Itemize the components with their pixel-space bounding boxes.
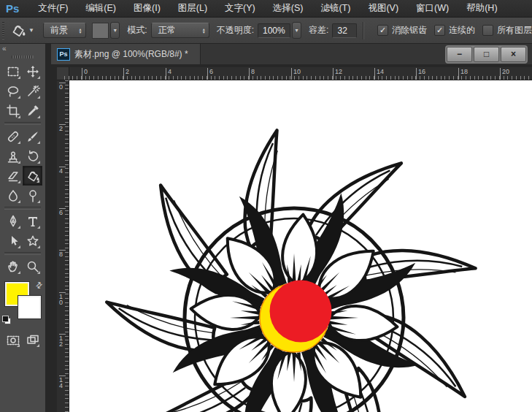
quick-mask-button[interactable] (4, 332, 22, 349)
screen-mode-button[interactable] (24, 332, 42, 349)
star-shape-icon (26, 234, 40, 248)
history-icon (26, 149, 40, 164)
collapse-panel-button[interactable]: « (0, 44, 45, 54)
document-title: 素材.png @ 100%(RGB/8#) * (74, 48, 188, 61)
ruler-tick-label: 0 (59, 83, 66, 90)
screen-mode-icon (26, 333, 40, 348)
hand-icon (6, 259, 20, 274)
separator (4, 252, 41, 255)
all-layers-checkbox[interactable]: 所有图层 (482, 24, 532, 37)
menu-image[interactable]: 图像(I) (125, 0, 169, 17)
lasso-tool[interactable] (3, 81, 23, 101)
brush-tool[interactable] (23, 126, 42, 146)
ruler-tick-label: 6 (59, 208, 66, 215)
updown-arrows-icon: ▴▾ (80, 28, 82, 34)
move-icon (26, 64, 40, 79)
ruler-tick-label: 10 (59, 292, 66, 305)
tolerance-label: 容差: (309, 24, 328, 37)
magic-wand-tool[interactable] (23, 81, 42, 101)
mode-select[interactable]: 正常 ▴▾ (151, 23, 209, 38)
document-tab[interactable]: Ps 素材.png @ 100%(RGB/8#) * (51, 44, 201, 64)
menu-window[interactable]: 窗口(W) (407, 0, 458, 17)
fill-source-select[interactable]: 前景 ▴▾ (43, 23, 86, 38)
menu-file[interactable]: 文件(F) (29, 0, 77, 17)
opacity-input[interactable]: 100% (258, 23, 290, 38)
ruler-tick-label: 14 (374, 68, 384, 80)
mode-value: 正常 (158, 24, 176, 37)
history-brush-tool[interactable] (23, 146, 42, 166)
menu-bar: Ps 文件(F) 编辑(E) 图像(I) 图层(L) 文字(Y) 选择(S) 滤… (0, 0, 532, 18)
swap-colors-icon[interactable]: ⇄ (34, 280, 45, 291)
ruler-tick-label: 10 (291, 68, 301, 80)
tools-panel: « ⇄ (0, 44, 45, 412)
hand-tool[interactable] (3, 256, 23, 276)
blur-tool[interactable] (3, 186, 23, 205)
center-red-disc (270, 281, 332, 343)
water-drop-icon (6, 188, 20, 203)
pattern-dropdown-button[interactable]: ▾ (110, 22, 120, 39)
opacity-value: 100% (263, 26, 285, 36)
ruler-tick-label: 12 (59, 334, 66, 347)
chevron-down-icon: ▼ (28, 27, 34, 34)
zoom-tool[interactable] (23, 256, 42, 276)
eraser-tool[interactable] (3, 166, 23, 186)
custom-shape-tool[interactable] (23, 231, 42, 251)
menu-type[interactable]: 文字(Y) (216, 0, 264, 17)
tolerance-input[interactable]: 32 (332, 23, 357, 38)
ruler-tick-label: 14 (59, 375, 66, 389)
separator (4, 207, 41, 210)
ruler-tick-label: 8 (249, 68, 255, 80)
document-canvas[interactable] (69, 80, 532, 412)
ruler-tick-label: 0 (82, 68, 88, 80)
options-bar-grip[interactable] (2, 22, 4, 39)
horizontal-type-tool[interactable] (23, 211, 42, 231)
dodge-tool[interactable] (23, 186, 42, 205)
menu-view[interactable]: 视图(V) (359, 0, 407, 17)
contiguous-label: 连续的 (449, 24, 475, 37)
vertical-ruler[interactable]: 0 2 4 6 8 10 12 14 (57, 80, 69, 412)
bandage-icon (6, 129, 20, 144)
pattern-swatch[interactable] (92, 23, 109, 39)
contiguous-checkbox[interactable]: ✓ 连续的 (434, 24, 475, 37)
panel-grip[interactable] (12, 56, 34, 58)
ruler-tick-label: 18 (458, 68, 468, 80)
menu-edit[interactable]: 编辑(E) (77, 0, 125, 17)
pen-tool[interactable] (3, 211, 23, 231)
background-color-swatch[interactable] (18, 296, 41, 318)
menu-help[interactable]: 帮助(H) (458, 0, 506, 17)
paint-bucket-tool[interactable] (23, 166, 42, 186)
document-tab-bar: Ps 素材.png @ 100%(RGB/8#) * − □ × (51, 44, 532, 66)
eraser-icon (6, 169, 20, 183)
menu-select[interactable]: 选择(S) (264, 0, 312, 17)
crop-tool[interactable] (3, 101, 23, 121)
maximize-button[interactable]: □ (474, 47, 499, 62)
clone-stamp-tool[interactable] (3, 146, 23, 166)
marquee-icon (6, 64, 20, 79)
horizontal-ruler[interactable]: 0 2 4 6 8 10 12 14 16 18 20 (69, 67, 532, 80)
default-colors-icon[interactable] (2, 316, 11, 324)
tool-options-bar: ▼ 前景 ▴▾ ▾ 模式: 正常 ▴▾ 不透明度: 100% ▾ 容差: 32 … (0, 18, 532, 44)
rectangular-marquee-tool[interactable] (3, 61, 23, 81)
ruler-tick-label: 6 (207, 68, 213, 80)
fill-source-value: 前景 (50, 24, 68, 37)
active-tool-preset[interactable]: ▼ (10, 23, 34, 39)
antialias-checkbox[interactable]: ✓ 消除锯齿 (377, 24, 427, 37)
antialias-label: 消除锯齿 (392, 24, 427, 37)
close-button[interactable]: × (501, 47, 526, 62)
menu-layer[interactable]: 图层(L) (169, 0, 216, 17)
opacity-dropdown-button[interactable]: ▾ (292, 22, 301, 39)
menu-filter[interactable]: 滤镜(T) (312, 0, 359, 17)
path-selection-tool[interactable] (3, 231, 23, 251)
opacity-label: 不透明度: (217, 24, 254, 37)
document-window: Ps 素材.png @ 100%(RGB/8#) * − □ × 0 2 4 6… (51, 44, 532, 412)
minimize-button[interactable]: − (447, 47, 472, 62)
checkbox-unchecked-icon (482, 25, 493, 36)
updown-arrows-icon: ▴▾ (203, 28, 205, 34)
lasso-icon (6, 84, 20, 99)
eyedropper-tool[interactable] (23, 101, 42, 121)
magic-wand-icon (26, 84, 40, 99)
panel-divider (45, 44, 51, 412)
ruler-tick-label: 2 (59, 124, 66, 131)
move-tool[interactable] (23, 61, 42, 81)
spot-healing-brush-tool[interactable] (3, 126, 23, 146)
